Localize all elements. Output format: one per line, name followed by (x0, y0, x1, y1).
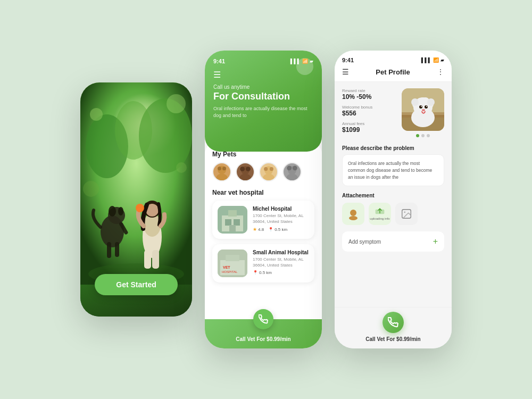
svg-rect-45 (229, 225, 236, 231)
problem-input[interactable]: Oral infections are actually the most co… (342, 154, 444, 186)
svg-point-37 (286, 174, 297, 180)
home-time: 9:41 (213, 58, 225, 64)
home-header: 9:41 ▌▌▌ 📶 ▰ ☰ Call us anytime For Consu… (205, 51, 322, 152)
profile-time: 9:41 (342, 57, 354, 63)
call-cta-text: Call Vet For $0.99/min (236, 336, 290, 342)
profile-call-cta: Call Vet For $0.99/min (365, 336, 420, 342)
home-screen: 9:41 ▌▌▌ 📶 ▰ ☰ Call us anytime For Consu… (205, 51, 322, 348)
profile-battery-icon: ▰ (440, 57, 444, 63)
svg-point-35 (270, 167, 273, 171)
profile-footer: Call Vet For $0.99/min (335, 307, 452, 348)
header-description: Oral infections are actually disease the… (213, 105, 313, 119)
pets-row (212, 162, 314, 181)
pet-avatar-2[interactable] (236, 162, 255, 181)
profile-wifi-icon: 📶 (433, 57, 439, 63)
star-icon: ★ (253, 227, 257, 232)
svg-point-26 (218, 167, 221, 170)
svg-point-64 (422, 109, 425, 111)
near-vet-title: Near vet hospital (212, 189, 314, 196)
hospital-1-distance: 📍 0.5 km (268, 227, 287, 232)
add-symptom-row[interactable]: Add symptom + (342, 231, 444, 252)
add-symptom-plus-icon: + (433, 237, 438, 246)
svg-point-33 (263, 174, 274, 180)
photo-dots (402, 134, 444, 137)
svg-rect-10 (107, 242, 111, 258)
splash-illustration (80, 82, 192, 285)
photo-dot-2[interactable] (421, 134, 425, 137)
svg-point-19 (136, 204, 144, 212)
attachment-upload[interactable]: uploading info (369, 203, 391, 225)
home-footer: Call Vet For $0.99/min (205, 319, 322, 348)
hospital-card-2[interactable]: VETHOSPITAL Small Animal Hospital 1700 C… (212, 244, 314, 282)
svg-point-9 (118, 207, 123, 215)
profile-screen: 9:41 ▌▌▌ 📶 ▰ ☰ Pet Profile ⋮ Reward rate (335, 51, 452, 348)
svg-text:VET: VET (223, 265, 230, 269)
welcome-bonus-label: Welcome bonus (342, 105, 395, 110)
attachment-gallery[interactable] (395, 203, 418, 225)
svg-text:HOSPITAL: HOSPITAL (222, 270, 238, 273)
profile-body: Reward rate 10% -50% Welcome bonus $556 … (335, 82, 452, 307)
pet-avatar-3[interactable] (259, 162, 278, 181)
get-started-button[interactable]: Get Started (95, 274, 177, 295)
hospital-1-meta: ★ 4.8 📍 0.5 km (253, 227, 309, 232)
header-decoration (296, 58, 313, 75)
profile-header: 9:41 ▌▌▌ 📶 ▰ ☰ Pet Profile ⋮ (335, 51, 452, 82)
add-symptom-text: Add symptom (348, 239, 381, 245)
attachment-dog-photo[interactable] (342, 203, 364, 225)
profile-status-bar: 9:41 ▌▌▌ 📶 ▰ (342, 57, 444, 63)
profile-call-button[interactable] (383, 312, 404, 333)
svg-point-20 (90, 108, 103, 121)
hospital-card-1[interactable]: Michel Hospital 1700 Center St, Mobile, … (212, 201, 314, 239)
svg-point-21 (167, 94, 186, 113)
reward-rate-stat: Reward rate 10% -50% (342, 88, 395, 101)
svg-point-62 (421, 106, 422, 107)
problem-section: Please describe the problem Oral infecti… (342, 145, 444, 186)
svg-point-67 (350, 210, 356, 216)
svg-point-29 (239, 174, 251, 180)
header-subtitle: Call us anytime (213, 84, 313, 90)
hospital-2-address: 1700 Center St, Mobile, AL 36604, United… (253, 256, 309, 268)
profile-stats: Reward rate 10% -50% Welcome bonus $556 … (342, 88, 395, 138)
pet-photo-container (402, 88, 444, 138)
location-icon: 📍 (268, 227, 273, 232)
svg-point-23 (83, 181, 99, 197)
svg-point-61 (425, 105, 428, 109)
pet-avatar-1[interactable] (212, 162, 231, 181)
attachment-title: Attachement (342, 193, 444, 198)
hospital-1-name: Michel Hospital (253, 206, 309, 212)
svg-point-4 (115, 101, 152, 160)
svg-point-66 (427, 98, 435, 106)
profile-signal-icon: ▌▌▌ (421, 57, 431, 63)
profile-status-icons: ▌▌▌ 📶 ▰ (421, 57, 444, 63)
welcome-bonus-value: $556 (342, 110, 395, 117)
reward-rate-label: Reward rate (342, 88, 395, 93)
svg-point-30 (240, 167, 245, 171)
hospital-1-image (218, 206, 247, 234)
photo-dot-3[interactable] (427, 134, 430, 137)
attachment-items: uploading info (342, 203, 444, 225)
profile-title-row: ☰ Pet Profile ⋮ (342, 68, 444, 76)
splash-cta-area: Get Started (80, 274, 192, 295)
my-pets-title: My Pets (212, 151, 314, 158)
profile-menu-button[interactable]: ☰ (342, 68, 349, 76)
svg-rect-11 (115, 242, 119, 257)
svg-rect-15 (152, 250, 159, 269)
hospital-2-image: VETHOSPITAL (218, 250, 247, 277)
svg-point-22 (176, 162, 187, 173)
profile-more-button[interactable]: ⋮ (437, 68, 444, 76)
svg-point-8 (109, 206, 116, 217)
annual-fees-label: Annual fees (342, 121, 395, 126)
svg-point-60 (419, 105, 422, 109)
welcome-bonus-stat: Welcome bonus $556 (342, 105, 395, 117)
problem-title: Please describe the problem (342, 145, 444, 151)
svg-rect-43 (225, 219, 231, 226)
hospital-2-meta: 📍 0.5 km (253, 270, 309, 275)
hospital-2-distance: 📍 0.5 km (253, 270, 272, 275)
hospital-2-info: Small Animal Hospital 1700 Center St, Mo… (253, 250, 309, 275)
photo-dot-1[interactable] (416, 134, 419, 137)
hospital-1-address: 1700 Center St, Mobile, AL 36604, United… (253, 213, 309, 225)
call-fab-button[interactable] (253, 309, 273, 329)
pet-avatar-4[interactable] (282, 162, 302, 181)
svg-point-63 (426, 106, 427, 107)
svg-point-70 (404, 212, 405, 213)
